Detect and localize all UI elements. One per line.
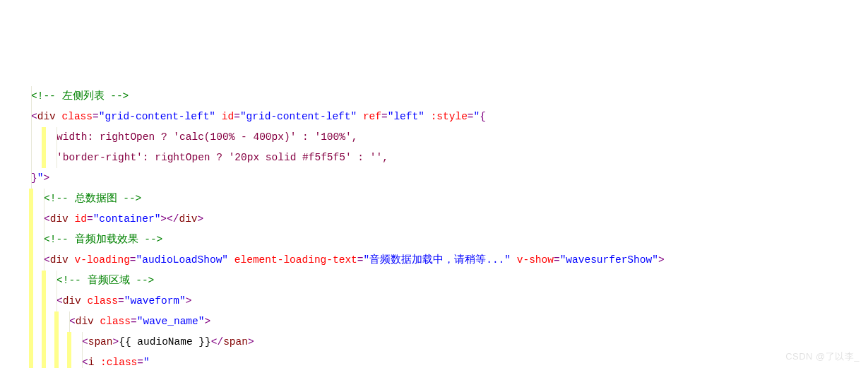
token: 左侧列表 [62,90,111,102]
indent-guide [31,148,32,168]
token: {{ audioName }} [119,336,211,348]
indent-guide [31,127,32,148]
token: element-loading-text [234,254,357,266]
token: < [31,111,37,122]
indent-guide [67,332,71,352]
token: <!-- [57,275,88,286]
indent-guide [44,230,44,250]
code-editor[interactable]: <!-- 左侧列表 --><div class="grid-content-le… [0,82,868,368]
code-line[interactable]: <!-- 总数据图 --> [10,189,868,209]
token: 'border-right': rightOpen ? '20px solid … [57,152,388,163]
indent-guide [44,189,44,209]
token: > [658,254,665,266]
token: class [100,316,131,327]
code-line[interactable]: <span>{{ audioName }}</span> [10,332,868,352]
token: </ [211,336,223,348]
code-text: <div class="wave_name"> [10,316,210,327]
token [228,254,234,266]
code-text: <div id="container"></div> [10,213,203,225]
token: "grid-content-left" [240,111,357,122]
token: class [88,295,119,307]
token: class [62,111,93,122]
token: = [234,111,240,122]
token: div [50,254,75,266]
code-line[interactable]: <!-- 左侧列表 --> [10,86,868,107]
code-line[interactable]: <div class="grid-content-left" id="grid-… [10,107,868,127]
indent-guide [44,250,44,271]
token: --> [123,193,141,204]
token: div [50,213,75,225]
code-line[interactable]: <i :class=" [10,352,868,368]
token: <!-- [44,193,75,204]
token: v-loading [75,254,130,266]
code-line[interactable]: <!-- 音频区域 --> [10,271,868,291]
token: { [480,111,486,122]
token: "wavesurferShow" [560,254,658,266]
code-line[interactable]: <div v-loading="audioLoadShow" element-l… [10,250,868,271]
indent-guide [57,291,57,311]
indent-guide [42,127,46,148]
token: "container" [93,213,161,225]
token: width: rightOpen ? 'calc(100% - 400px)' … [57,131,357,143]
code-line[interactable]: 'border-right': rightOpen ? '20px solid … [10,148,868,168]
token: = [131,316,137,327]
token: "waveform" [124,295,186,307]
code-line[interactable]: <div class="wave_name"> [10,311,868,332]
code-line[interactable]: <div id="container"></div> [10,209,868,230]
token: span [88,336,113,348]
indent-guide [31,107,32,127]
code-line[interactable]: }"> [10,168,868,189]
token: > [204,316,210,327]
token: --> [110,90,129,102]
indent-guide [54,332,59,352]
token: > [248,336,254,348]
token: < [44,213,50,225]
indent-guide [42,291,46,311]
token: } [31,172,37,184]
indent-guide [57,271,57,291]
token: = [137,357,143,368]
indent-guide [31,168,32,189]
token: :class [100,357,137,368]
indent-guide [42,148,46,168]
token: < [82,336,88,348]
code-text: <div class="grid-content-left" id="grid-… [10,111,486,122]
code-line[interactable]: <div class="waveform"> [10,291,868,311]
token: div [179,213,197,225]
indent-guide [69,311,70,332]
code-text: }"> [10,172,49,184]
code-line[interactable]: width: rightOpen ? 'calc(100% - 400px)' … [10,127,868,148]
token: 音频区域 [88,275,136,286]
token: = [381,111,388,122]
token: = [93,111,99,122]
token: = [468,111,474,122]
indent-guide [29,332,33,352]
code-line[interactable]: <!-- 音频加载效果 --> [10,230,868,250]
code-text: width: rightOpen ? 'calc(100% - 400px)' … [10,131,357,143]
token: v-show [517,254,554,266]
indent-guide [42,311,46,332]
token: < [69,316,76,327]
code-text: <span>{{ audioName }}</span> [10,336,254,348]
indent-guide [29,189,33,209]
code-text: <!-- 左侧列表 --> [10,90,129,102]
token [357,111,363,122]
token: <!-- [31,90,62,102]
token: --> [144,234,162,245]
indent-guide [82,352,83,368]
token: ref [363,111,381,122]
token: 总数据图 [75,193,124,204]
indent-guide [42,332,46,352]
watermark: CSDN @了以李_ [785,346,860,367]
token: 音频加载效果 [75,234,145,245]
indent-guide [54,352,59,368]
code-text: <div v-loading="audioLoadShow" element-l… [10,254,665,266]
token: " [474,111,480,122]
token: = [130,254,136,266]
token: div [37,111,62,122]
indent-guide [29,230,33,250]
token: = [357,254,364,266]
indent-guide [44,209,44,230]
token: "音频数据加载中，请稍等..." [364,254,511,266]
indent-guide [29,250,33,271]
